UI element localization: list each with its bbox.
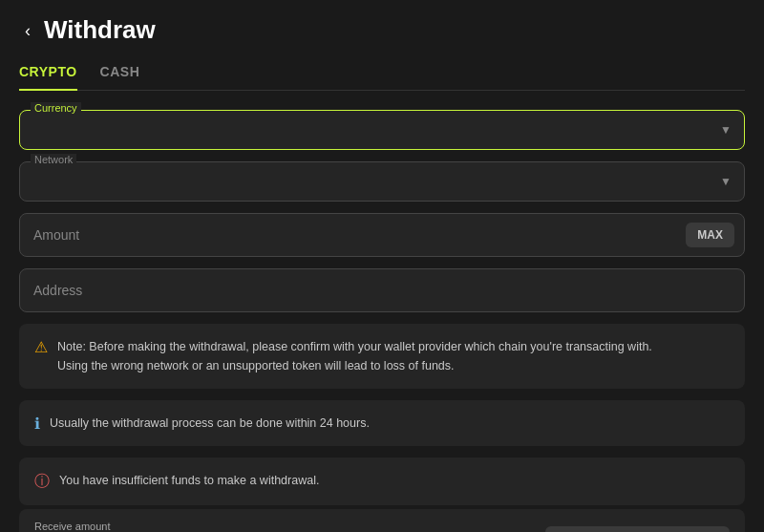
info-box: ℹ Usually the withdrawal process can be … bbox=[19, 400, 745, 446]
page-container: ‹ Withdraw CRYPTO CASH Currency ▼ Networ… bbox=[0, 0, 764, 532]
tab-cash[interactable]: CASH bbox=[100, 64, 140, 91]
network-field-group: Network ▼ bbox=[19, 161, 745, 202]
max-button[interactable]: MAX bbox=[686, 223, 734, 247]
currency-select[interactable] bbox=[19, 110, 745, 150]
info-icon: ℹ bbox=[34, 415, 40, 433]
address-field-group bbox=[19, 268, 745, 312]
bottom-bar: Receive amount 0 USDT Network fee 0 USDT… bbox=[19, 509, 745, 532]
tab-crypto[interactable]: CRYPTO bbox=[19, 64, 77, 91]
withdraw-form: Currency ▼ Network ▼ MAX ⚠ Note bbox=[19, 110, 745, 505]
currency-label: Currency bbox=[31, 102, 81, 114]
currency-field-group: Currency ▼ bbox=[19, 110, 745, 150]
receive-label: Receive amount bbox=[34, 521, 131, 532]
error-icon: ⓘ bbox=[34, 472, 50, 492]
amount-field-group: MAX bbox=[19, 213, 745, 257]
error-text: You have insufficient funds to make a wi… bbox=[59, 471, 319, 490]
receive-section: Receive amount 0 USDT Network fee 0 USDT bbox=[34, 521, 131, 532]
page-title: Withdraw bbox=[44, 15, 156, 45]
amount-input[interactable] bbox=[20, 214, 686, 256]
info-text: Usually the withdrawal process can be do… bbox=[50, 414, 370, 433]
tab-bar: CRYPTO CASH bbox=[19, 64, 745, 91]
warning-note-text: Note: Before making the withdrawal, plea… bbox=[57, 337, 652, 375]
back-button[interactable]: ‹ bbox=[19, 20, 36, 41]
page-header: ‹ Withdraw bbox=[19, 15, 745, 45]
network-label: Network bbox=[31, 154, 76, 165]
warning-icon: ⚠ bbox=[34, 338, 48, 356]
warning-note-box: ⚠ Note: Before making the withdrawal, pl… bbox=[19, 324, 745, 389]
withdraw-button[interactable]: WITHDRAW CRYPTO bbox=[545, 526, 730, 532]
network-select[interactable] bbox=[19, 161, 745, 202]
address-input[interactable] bbox=[19, 268, 745, 312]
error-box: ⓘ You have insufficient funds to make a … bbox=[19, 458, 745, 505]
